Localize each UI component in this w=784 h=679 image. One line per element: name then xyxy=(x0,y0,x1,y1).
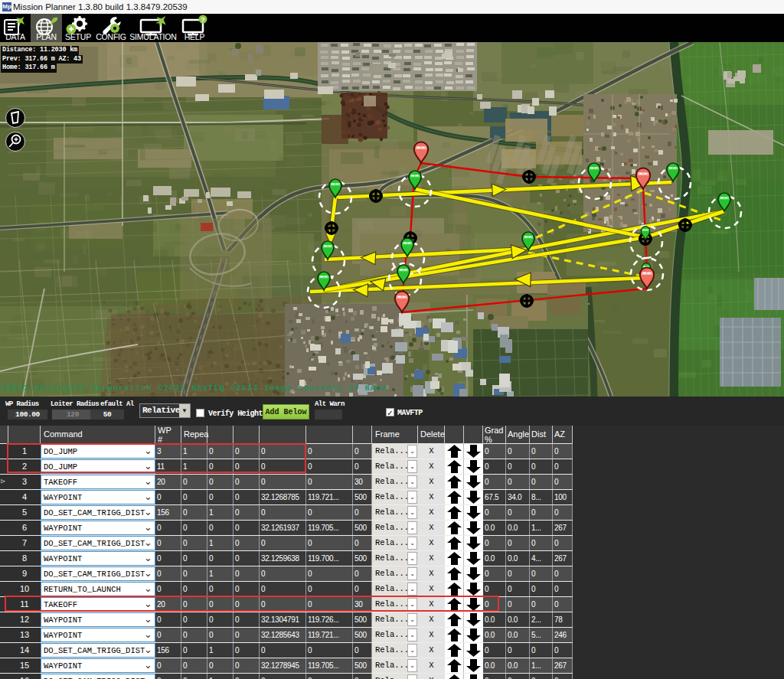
svg-text:?: ? xyxy=(201,16,204,24)
